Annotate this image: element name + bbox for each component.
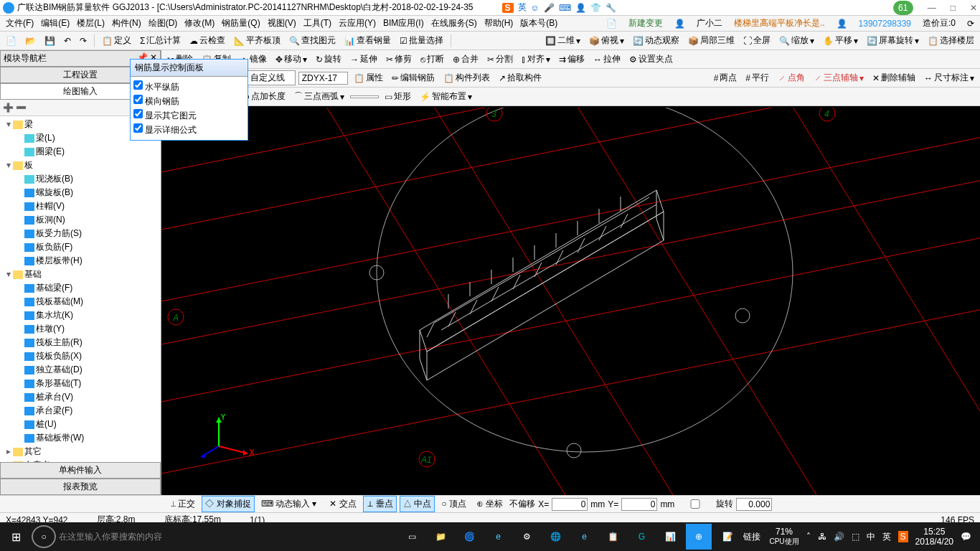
rotate-input[interactable] [736, 498, 772, 511]
rotate-check[interactable] [677, 499, 713, 509]
edge-icon[interactable]: e [485, 524, 511, 550]
rotate-button[interactable]: ↻ 旋转 [313, 52, 344, 67]
del-aux[interactable]: ✕ 删除辅轴 [870, 70, 918, 85]
app-icon[interactable]: 🌐 [542, 524, 568, 550]
tree-node[interactable]: 柱帽(V) [1, 199, 159, 213]
ime-icon[interactable]: 👕 [590, 3, 601, 13]
fullscreen[interactable]: ⛶ 全屏 [740, 33, 773, 48]
search-placeholder[interactable]: 在这里输入你要搜索的内容 [59, 531, 162, 543]
ortho-toggle[interactable]: ⟂ 正交 [167, 496, 199, 512]
ime-bar[interactable]: S 英 ☺ 🎤 ⌨ 👤 👕 🔧 [502, 1, 616, 14]
tree-node[interactable]: 独立基础(D) [1, 363, 159, 377]
two-point[interactable]: # 两点 [711, 70, 740, 85]
select-floor[interactable]: 📋 选择楼层 [925, 33, 977, 48]
osnap-toggle[interactable]: ◇ 对象捕捉 [202, 496, 254, 512]
menu-version[interactable]: 版本号(B) [517, 16, 560, 31]
stretch-button[interactable]: ↔ 拉伸 [590, 52, 623, 67]
cortana-icon[interactable]: ○ [32, 525, 56, 548]
cloud-check[interactable]: ☁ 云检查 [187, 33, 228, 48]
find-element[interactable]: 🔍 查找图元 [286, 33, 339, 48]
tree-node[interactable]: 板负筋(F) [1, 240, 159, 254]
three-point[interactable]: ⟋ 三点辅轴 ▾ [811, 70, 867, 85]
menu-rebar[interactable]: 钢筋量(Q) [219, 16, 263, 31]
menu-modify[interactable]: 修改(M) [182, 16, 217, 31]
zoom[interactable]: 🔍 缩放 ▾ [776, 33, 817, 48]
dyn-toggle[interactable]: ⌨ 动态输入 ▾ [258, 496, 321, 512]
tree-node[interactable]: 现浇板(B) [1, 172, 159, 186]
tree-node[interactable]: 基础板带(W) [1, 431, 159, 445]
tree-node[interactable]: ▾板 [1, 159, 159, 172]
menu-file[interactable]: 文件(F) [3, 16, 37, 31]
mid-snap[interactable]: △ 中点 [400, 496, 435, 512]
tray-up-icon[interactable]: ˄ [806, 532, 811, 542]
notification-icon[interactable]: 💬 [961, 532, 971, 542]
app-icon[interactable]: ⚙ [514, 524, 540, 550]
tray-icon[interactable]: ⬚ [852, 532, 859, 542]
menu-component[interactable]: 构件(N) [109, 16, 144, 31]
menu-help[interactable]: 帮助(H) [481, 16, 517, 31]
tree-node[interactable]: 筏板基础(M) [1, 295, 159, 309]
view-steel[interactable]: 📊 查看钢量 [341, 33, 394, 48]
chk-other-elements[interactable]: 显示其它图元 [133, 108, 245, 123]
sogou-icon[interactable]: S [502, 3, 514, 13]
volume-icon[interactable]: 🔊 [834, 532, 844, 542]
app-icon[interactable]: G [628, 524, 654, 550]
local-3d[interactable]: 📦 局部三维 [685, 33, 738, 48]
redo-button[interactable]: ↷ [77, 34, 90, 47]
tree-node[interactable]: 筏板负筋(X) [1, 349, 159, 363]
offset-select[interactable]: 不偏移 [509, 498, 535, 510]
trim-button[interactable]: ✂ 修剪 [383, 52, 415, 67]
comp-list-button[interactable]: 📋 构件列表 [440, 70, 493, 85]
new-file-button[interactable]: 📄 [3, 34, 19, 47]
menu-cloud[interactable]: 云应用(Y) [336, 16, 379, 31]
level-top[interactable]: 📐 平齐板顶 [231, 33, 283, 48]
three-arc[interactable]: ⌒ 三点画弧 ▾ [291, 89, 347, 104]
ime-lang[interactable]: 英 [518, 1, 527, 14]
pick-button[interactable]: ↗ 拾取构件 [496, 70, 545, 85]
menu-tools[interactable]: 工具(T) [301, 16, 334, 31]
notification-badge[interactable]: 61 [893, 1, 913, 15]
stair-info[interactable]: 楼梯里高端平板净长是.. [731, 16, 828, 31]
tree-node[interactable]: ▸其它 [1, 445, 159, 458]
app-icon[interactable]: ⊕ [686, 524, 712, 550]
perp-snap[interactable]: ⊥ 垂点 [363, 496, 397, 512]
point-angle[interactable]: ⟋ 点角 [775, 70, 808, 85]
menu-floor[interactable]: 楼层(L) [74, 16, 108, 31]
rect-tool[interactable]: ▭ 矩形 [382, 89, 414, 104]
undo-button[interactable]: ↶ [61, 34, 74, 47]
grip-button[interactable]: ⚙ 设置夹点 [626, 52, 676, 67]
menu-bim[interactable]: BIM应用(I) [380, 16, 427, 31]
split-button[interactable]: ✂ 分割 [484, 52, 516, 67]
tree-node[interactable]: 螺旋板(B) [1, 186, 159, 199]
task-view-icon[interactable]: ▭ [399, 524, 425, 550]
app-icon[interactable]: 📝 [715, 524, 740, 550]
link-label[interactable]: 链接 [743, 531, 760, 543]
app-icon[interactable]: 📋 [600, 524, 626, 550]
tree-node[interactable]: 筏板主筋(R) [1, 336, 159, 349]
arc-input[interactable] [350, 95, 379, 98]
attr-button[interactable]: 📋 属性 [351, 70, 386, 85]
menu-edit[interactable]: 编辑(E) [38, 16, 72, 31]
menu-online[interactable]: 在线服务(S) [428, 16, 480, 31]
ie-icon[interactable]: e [571, 524, 597, 550]
menu-draw[interactable]: 绘图(D) [146, 16, 181, 31]
screen-rotate[interactable]: 🔄 屏幕旋转 ▾ [864, 33, 922, 48]
menu-view[interactable]: 视图(V) [265, 16, 299, 31]
y-input[interactable] [621, 498, 657, 511]
ime-icon[interactable]: 🔧 [606, 3, 616, 13]
tree-node[interactable]: 圈梁(E) [1, 145, 159, 159]
chk-horizontal[interactable]: 水平纵筋 [133, 80, 245, 94]
3d-canvas[interactable]: 3 4 A A1 X Y [161, 108, 980, 495]
offset-button[interactable]: ⇉ 偏移 [556, 52, 588, 67]
ime-icon[interactable]: ⌨ [559, 3, 571, 13]
save-button[interactable]: 💾 [42, 34, 58, 47]
ime-tray[interactable]: 中 [867, 531, 875, 543]
close-button[interactable]: ✕ [970, 3, 977, 13]
start-button[interactable]: ⊞ [3, 525, 29, 548]
open-file-button[interactable]: 📂 [22, 34, 39, 47]
app-icon[interactable]: 📊 [657, 524, 683, 550]
tab-single-input[interactable]: 单构件输入 [0, 462, 161, 479]
maximize-button[interactable]: □ [951, 3, 956, 13]
cen-snap[interactable]: ⊕ 坐标 [473, 496, 507, 512]
x-input[interactable] [552, 498, 588, 511]
